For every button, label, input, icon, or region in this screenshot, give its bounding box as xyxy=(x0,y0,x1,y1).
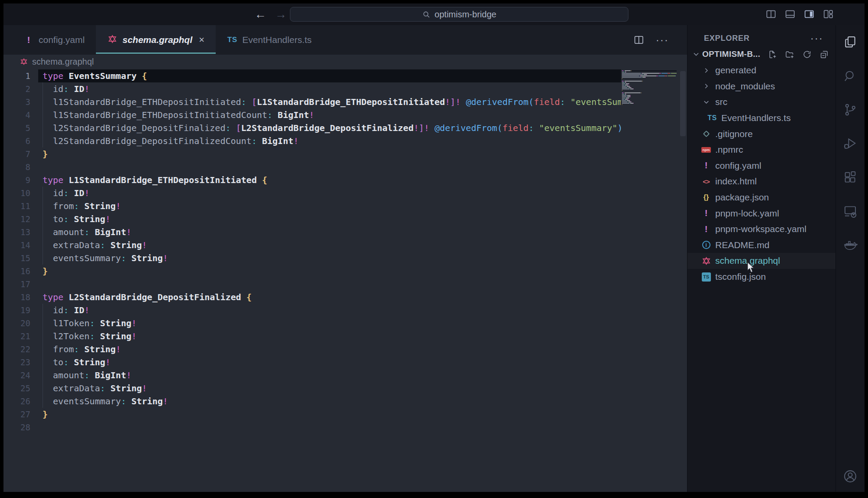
docker-icon[interactable] xyxy=(843,238,858,252)
command-center-search[interactable]: optimism-bridge xyxy=(290,7,628,22)
customize-layout-icon[interactable] xyxy=(822,8,834,20)
line-number: 9 xyxy=(3,174,30,187)
layout-columns-icon[interactable] xyxy=(765,8,777,20)
collapse-folders-icon[interactable] xyxy=(819,49,829,59)
explorer-item-package-json[interactable]: {}package.json xyxy=(687,190,835,206)
extensions-icon[interactable] xyxy=(843,170,858,185)
files-icon[interactable] xyxy=(843,35,858,49)
line-number: 16 xyxy=(3,265,30,278)
explorer-item-eventhandlers-ts[interactable]: TSEventHandlers.ts xyxy=(687,110,835,126)
tab-schema-graphql[interactable]: schema.graphql × xyxy=(96,25,216,55)
explorer-item--gitignore[interactable]: .gitignore xyxy=(687,126,835,142)
close-icon[interactable]: × xyxy=(199,34,204,46)
line-number: 14 xyxy=(3,239,30,252)
line-number: 28 xyxy=(3,421,30,434)
code-line-15[interactable]: 15 eventsSummary: String! xyxy=(3,252,621,265)
chevron-down-icon xyxy=(700,98,712,106)
chevron-right-icon xyxy=(700,82,712,90)
explorer-item-pnpm-lock-yaml[interactable]: !pnpm-lock.yaml xyxy=(687,205,835,221)
code-line-28[interactable]: 28 xyxy=(3,421,621,434)
line-number: 23 xyxy=(3,356,30,369)
explorer-item-schema-graphql[interactable]: schema.graphql xyxy=(687,253,835,269)
explorer-item-readme-md[interactable]: iREADME.md xyxy=(687,237,835,253)
code-line-5[interactable]: 5 l2StandardBridge_DepositFinalized: [L2… xyxy=(3,121,621,134)
code-line-8[interactable]: 8 xyxy=(3,161,621,174)
code-line-14[interactable]: 14 extraData: String! xyxy=(3,239,621,252)
indent-guide xyxy=(43,82,43,147)
code-line-2[interactable]: 2 id: ID! xyxy=(3,82,621,95)
explorer-item-src[interactable]: src xyxy=(687,94,835,110)
tab-eventhandlers-ts[interactable]: TS EventHandlers.ts xyxy=(216,25,323,55)
code-line-25[interactable]: 25 extraData: String! xyxy=(3,382,621,395)
graphql-icon xyxy=(702,256,711,265)
line-text: amount: BigInt! xyxy=(30,226,132,239)
mouse-cursor xyxy=(746,262,756,273)
line-number: 10 xyxy=(3,187,30,200)
more-actions-icon[interactable]: ··· xyxy=(656,34,669,46)
code-line-26[interactable]: 26 eventsSummary: String! xyxy=(3,395,621,408)
minimap-line xyxy=(622,90,677,91)
forward-icon[interactable]: → xyxy=(273,6,288,23)
minimap-line xyxy=(622,104,677,105)
code-editor[interactable]: 1type EventsSummary {2 id: ID!3 l1Standa… xyxy=(3,69,687,492)
explorer-item-generated[interactable]: generated xyxy=(687,62,835,79)
item-label: EventHandlers.ts xyxy=(721,113,791,123)
account-icon[interactable] xyxy=(842,469,858,484)
code-line-21[interactable]: 21 l2Token: String! xyxy=(3,330,621,343)
chevron-right-icon xyxy=(700,66,712,75)
explorer-item-node-modules[interactable]: node_modules xyxy=(687,79,835,95)
minimap-line xyxy=(622,102,677,102)
layout-sidebar-right-icon[interactable] xyxy=(803,8,815,20)
minimap-line xyxy=(622,91,677,92)
line-text xyxy=(30,161,43,174)
code-line-3[interactable]: 3 l1StandardBridge_ETHDepositInitiated: … xyxy=(3,95,621,108)
minimap-line xyxy=(622,79,677,80)
code-line-27[interactable]: 27} xyxy=(3,408,621,421)
source-control-icon[interactable] xyxy=(843,102,858,117)
code-line-6[interactable]: 6 l2StandardBridge_DepositFinalizedCount… xyxy=(3,134,621,147)
code-line-4[interactable]: 4 l1StandardBridge_ETHDepositInitiatedCo… xyxy=(3,108,621,121)
explorer-item-tsconfig-json[interactable]: TStsconfig.json xyxy=(687,269,835,285)
activity-bar xyxy=(835,25,865,492)
tsconfig-icon: TS xyxy=(702,272,711,282)
line-number: 1 xyxy=(3,69,30,82)
code-line-11[interactable]: 11 from: String! xyxy=(3,200,621,213)
back-icon[interactable]: ← xyxy=(253,6,268,23)
split-editor-icon[interactable] xyxy=(633,34,644,46)
code-line-19[interactable]: 19 id: ID! xyxy=(3,304,621,317)
new-file-icon[interactable] xyxy=(767,49,777,59)
minimap[interactable] xyxy=(622,70,677,492)
code-line-24[interactable]: 24 amount: BigInt! xyxy=(3,369,621,382)
code-line-13[interactable]: 13 amount: BigInt! xyxy=(3,226,621,239)
remote-explorer-icon[interactable] xyxy=(843,204,858,219)
layout-panel-icon[interactable] xyxy=(784,8,796,20)
code-line-18[interactable]: 18type L2StandardBridge_DepositFinalized… xyxy=(3,291,621,304)
explorer-item-config-yaml[interactable]: !config.yaml xyxy=(687,158,835,174)
line-number: 13 xyxy=(3,226,30,239)
explorer-item-index-html[interactable]: <>index.html xyxy=(687,174,835,190)
refresh-icon[interactable] xyxy=(802,49,812,59)
code-line-23[interactable]: 23 to: String! xyxy=(3,356,621,369)
code-line-12[interactable]: 12 to: String! xyxy=(3,213,621,226)
new-folder-icon[interactable] xyxy=(785,49,795,59)
code-line-17[interactable]: 17 xyxy=(3,278,621,291)
code-line-9[interactable]: 9type L1StandardBridge_ETHDepositInitiat… xyxy=(3,174,621,187)
minimap-line xyxy=(622,94,677,95)
project-name: OPTIMISM-B... xyxy=(702,49,760,59)
explorer-more-icon[interactable]: ··· xyxy=(810,32,823,44)
explorer-item--npmrc[interactable]: npm.npmrc xyxy=(687,142,835,158)
code-line-16[interactable]: 16} xyxy=(3,265,621,278)
project-root-row[interactable]: OPTIMISM-B... xyxy=(687,46,835,62)
editor-scrollbar[interactable] xyxy=(680,71,686,136)
search-icon[interactable] xyxy=(843,69,858,83)
tab-config-yaml[interactable]: ! config.yaml xyxy=(12,25,96,55)
run-debug-icon[interactable] xyxy=(843,136,858,151)
code-line-20[interactable]: 20 l1Token: String! xyxy=(3,317,621,330)
code-line-7[interactable]: 7} xyxy=(3,147,621,161)
code-line-22[interactable]: 22 from: String! xyxy=(3,343,621,356)
minimap-line xyxy=(622,75,677,76)
code-line-10[interactable]: 10 id: ID! xyxy=(3,187,621,200)
breadcrumb[interactable]: schema.graphql xyxy=(3,55,687,69)
explorer-item-pnpm-workspace-yaml[interactable]: !pnpm-workspace.yaml xyxy=(687,221,835,237)
code-line-1[interactable]: 1type EventsSummary { xyxy=(3,69,621,82)
